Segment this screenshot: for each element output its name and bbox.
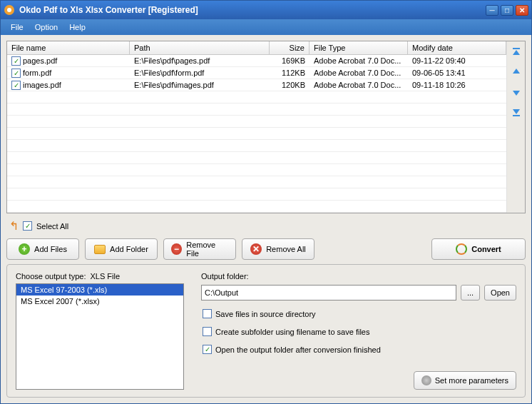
move-top-button[interactable] [510,46,523,59]
remove-all-button[interactable]: ✕ Remove All [242,238,314,260]
select-all-checkbox[interactable]: ✓ [23,221,32,231]
table-row [7,103,506,116]
file-size: 120KB [270,80,310,90]
add-files-label: Add Files [34,245,67,253]
file-type: Adobe Acrobat 7.0 Doc... [310,56,408,66]
file-type: Adobe Acrobat 7.0 Doc... [310,80,408,90]
file-list-header: File name Path Size File Type Modify dat… [7,41,506,55]
menu-file[interactable]: File [5,21,29,34]
close-button[interactable]: ✕ [516,5,528,16]
content-area: File name Path Size File Type Modify dat… [1,35,531,403]
subfolder-checkbox[interactable] [203,327,212,336]
row-checkbox[interactable]: ✓ [11,69,21,78]
col-header-date[interactable]: Modify date [408,41,506,54]
convert-label: Convert [471,245,501,253]
file-date: 09-11-18 10:26 [408,80,506,90]
row-checkbox[interactable]: ✓ [11,81,21,90]
file-size: 169KB [270,56,310,66]
select-all-label: Select All [36,222,68,231]
output-folder-pane: Output folder: ... Open Save files in so… [201,272,516,390]
convert-button[interactable]: Convert [431,238,526,260]
file-list-panel: File name Path Size File Type Modify dat… [6,41,526,213]
output-type-pane: Choose output type: XLS File MS Excel 97… [16,272,184,390]
open-after-label: Open the output folder after conversion … [215,345,381,354]
settings-panel: Choose output type: XLS File MS Excel 97… [6,264,526,398]
table-row [7,201,506,213]
gear-icon [421,375,431,385]
output-folder-input[interactable] [201,285,456,301]
window-controls: ─ □ ✕ [486,5,528,16]
file-date: 09-06-05 13:41 [408,68,506,78]
open-after-row: ✓ Open the output folder after conversio… [201,345,516,354]
set-more-parameters-button[interactable]: Set more parameters [414,371,516,390]
add-folder-button[interactable]: Add Folder [85,238,158,260]
open-folder-button[interactable]: Open [484,285,516,301]
table-row[interactable]: ✓images.pdfE:\Files\pdf\images.pdf120KBA… [7,79,506,91]
menu-option[interactable]: Option [29,21,63,34]
table-row [7,164,506,176]
table-row [7,91,506,103]
table-row [7,176,506,188]
move-bottom-button[interactable] [510,106,523,118]
file-name: pages.pdf [23,56,57,65]
minus-icon: − [171,243,182,255]
save-source-row: Save files in source directory [201,309,516,318]
move-up-button[interactable] [510,66,523,79]
plus-icon: + [19,243,30,255]
output-type-current: XLS File [90,272,120,281]
remove-file-button[interactable]: − Remove File [163,238,236,260]
file-name: form.pdf [23,69,51,77]
col-header-size[interactable]: Size [270,41,310,54]
remove-file-label: Remove File [186,241,228,258]
row-checkbox[interactable]: ✓ [11,56,21,66]
save-source-checkbox[interactable] [203,309,212,318]
menu-help[interactable]: Help [63,21,91,34]
action-button-row: + Add Files Add Folder − Remove File ✕ R… [6,238,526,260]
svg-rect-3 [513,115,520,116]
output-folder-label: Output folder: [201,272,516,281]
subfolder-label: Create subfolder using filename to save … [215,328,369,336]
svg-point-1 [7,8,11,12]
up-folder-icon[interactable]: ↰ [9,219,19,233]
select-all-row: ↰ ✓ Select All [6,218,526,234]
col-header-name[interactable]: File name [7,41,130,54]
reorder-toolbar [506,41,525,213]
open-after-checkbox[interactable]: ✓ [203,345,212,354]
file-rows: ✓pages.pdfE:\Files\pdf\pages.pdf169KBAdo… [7,55,506,213]
maximize-button[interactable]: □ [501,5,513,16]
svg-rect-2 [513,48,520,49]
table-row [7,128,506,140]
convert-icon [456,243,467,255]
titlebar: Okdo Pdf to Xls Xlsx Converter [Register… [1,1,531,19]
remove-all-label: Remove All [266,245,306,253]
app-logo-icon [4,4,15,16]
file-path: E:\Files\pdf\images.pdf [130,80,270,90]
save-source-label: Save files in source directory [215,310,316,318]
move-down-button[interactable] [510,86,523,99]
table-row[interactable]: ✓pages.pdfE:\Files\pdf\pages.pdf169KBAdo… [7,55,506,67]
window-title: Okdo Pdf to Xls Xlsx Converter [Register… [19,5,486,15]
col-header-type[interactable]: File Type [310,41,408,54]
folder-icon [94,245,106,254]
table-row[interactable]: ✓form.pdfE:\Files\pdf\form.pdf112KBAdobe… [7,67,506,79]
table-row [7,188,506,201]
list-item[interactable]: MS Excel 97-2003 (*.xls) [16,284,183,296]
output-folder-row: ... Open [201,285,516,301]
set-more-label: Set more parameters [435,376,508,385]
output-type-label-row: Choose output type: XLS File [16,272,184,281]
list-item[interactable]: MS Excel 2007 (*.xlsx) [16,296,183,307]
add-folder-label: Add Folder [110,245,148,253]
output-type-listbox[interactable]: MS Excel 97-2003 (*.xls) MS Excel 2007 (… [16,283,184,390]
table-row [7,116,506,128]
file-path: E:\Files\pdf\form.pdf [130,68,270,78]
app-window: Okdo Pdf to Xls Xlsx Converter [Register… [0,0,532,404]
file-name: images.pdf [23,81,61,89]
col-header-path[interactable]: Path [130,41,270,54]
file-date: 09-11-22 09:40 [408,56,506,66]
minimize-button[interactable]: ─ [486,5,498,16]
x-icon: ✕ [250,243,262,255]
add-files-button[interactable]: + Add Files [6,238,79,260]
browse-button[interactable]: ... [461,285,480,301]
file-type: Adobe Acrobat 7.0 Doc... [310,68,408,78]
file-list: File name Path Size File Type Modify dat… [7,41,506,213]
